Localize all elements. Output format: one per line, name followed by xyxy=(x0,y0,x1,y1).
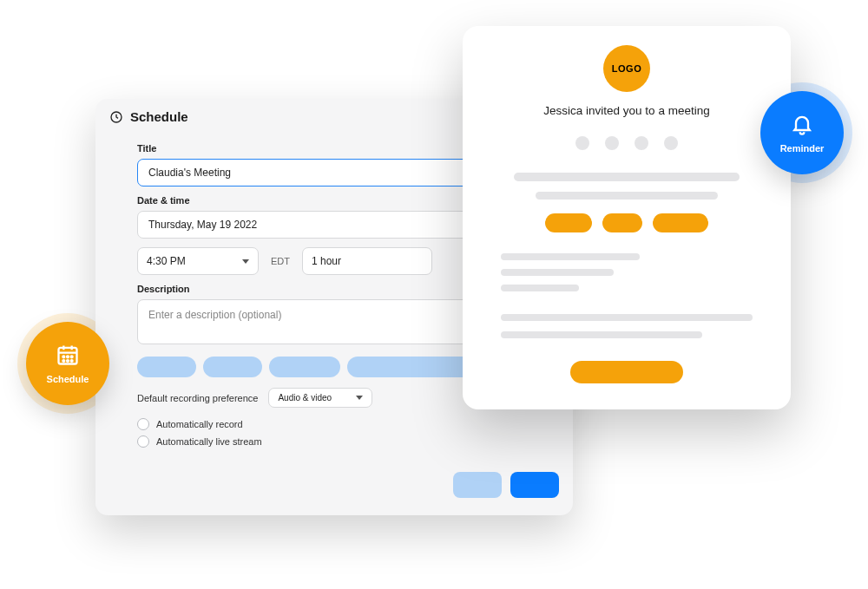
radio-icon xyxy=(137,418,149,430)
timezone-label: EDT xyxy=(267,256,293,266)
recording-pref-value: Audio & video xyxy=(278,393,332,402)
panel-title: Schedule xyxy=(130,109,188,124)
placeholder-line xyxy=(501,269,614,276)
svg-point-2 xyxy=(62,356,64,357)
orange-pill-row xyxy=(489,213,765,232)
tag-pill[interactable] xyxy=(137,357,196,377)
chevron-down-icon xyxy=(356,396,363,400)
avatar-dot-row xyxy=(489,136,765,150)
svg-point-7 xyxy=(71,360,73,362)
bell-icon xyxy=(790,112,814,143)
schedule-badge: Schedule xyxy=(26,322,109,405)
invite-card: LOGO Jessica invited you to a meeting xyxy=(463,26,791,409)
clock-icon xyxy=(109,110,123,124)
svg-point-5 xyxy=(62,360,64,362)
detail-lines xyxy=(489,309,765,354)
option-pill[interactable] xyxy=(653,213,708,232)
tag-pill[interactable] xyxy=(203,357,262,377)
footer-buttons xyxy=(95,460,573,505)
placeholder-line xyxy=(514,173,740,181)
reminder-badge-label: Reminder xyxy=(780,143,825,154)
placeholder-line xyxy=(501,285,579,291)
calendar-icon xyxy=(56,343,80,374)
placeholder-line xyxy=(501,314,753,321)
description-placeholder: Enter a description (optional) xyxy=(148,309,281,321)
time-select[interactable]: 4:30 PM xyxy=(137,247,259,275)
schedule-badge-label: Schedule xyxy=(47,374,89,384)
invite-title: Jessica invited you to a meeting xyxy=(489,104,765,117)
auto-record-option[interactable]: Automatically record xyxy=(137,418,556,430)
text-block xyxy=(489,250,765,309)
option-pill[interactable] xyxy=(545,213,592,232)
avatar-dot xyxy=(605,136,619,150)
auto-record-label: Automatically record xyxy=(156,419,243,429)
reminder-badge: Reminder xyxy=(760,91,844,174)
recording-pref-label: Default recording preference xyxy=(137,393,258,403)
duration-select[interactable]: 1 hour xyxy=(302,247,432,275)
avatar-dot xyxy=(635,136,648,150)
placeholder-line xyxy=(501,331,702,338)
svg-point-3 xyxy=(67,356,69,357)
submit-button[interactable] xyxy=(510,472,559,498)
placeholder-line xyxy=(536,192,718,200)
time-value: 4:30 PM xyxy=(147,255,186,267)
duration-value: 1 hour xyxy=(312,255,341,267)
avatar-dot xyxy=(575,136,589,150)
chevron-down-icon xyxy=(242,259,249,264)
auto-stream-label: Automatically live stream xyxy=(156,436,262,447)
cancel-button[interactable] xyxy=(453,472,502,498)
option-pill[interactable] xyxy=(602,213,642,232)
auto-stream-option[interactable]: Automatically live stream xyxy=(137,435,556,448)
logo-text: LOGO xyxy=(612,63,641,74)
svg-point-6 xyxy=(67,360,69,362)
logo-badge: LOGO xyxy=(603,45,650,92)
primary-action-button[interactable] xyxy=(570,361,683,383)
placeholder-line xyxy=(501,253,640,260)
avatar-dot xyxy=(664,136,678,150)
svg-point-4 xyxy=(71,356,73,357)
tag-pill[interactable] xyxy=(269,357,340,377)
recording-pref-select[interactable]: Audio & video xyxy=(268,388,372,408)
radio-icon xyxy=(137,435,149,448)
